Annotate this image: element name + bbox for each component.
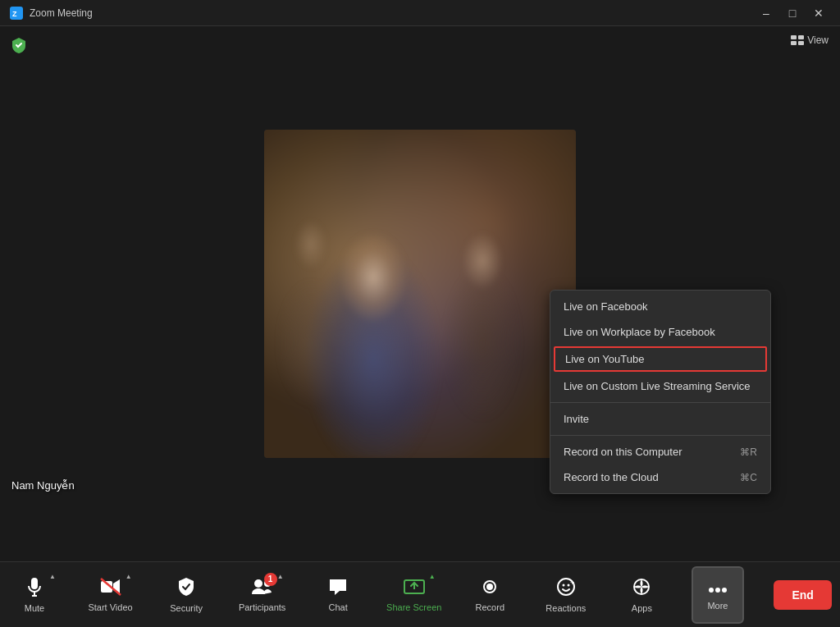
svg-rect-4 <box>791 41 797 45</box>
svg-point-16 <box>486 584 493 590</box>
share-screen-button[interactable]: ▲ Share Screen <box>388 566 441 624</box>
security-shield-icon <box>10 36 28 57</box>
view-label: View <box>807 34 829 46</box>
video-caret-icon: ▲ <box>126 573 132 580</box>
view-button[interactable]: View <box>791 34 829 46</box>
svg-point-18 <box>562 584 564 586</box>
svg-text:+: + <box>570 579 574 587</box>
more-button[interactable]: More <box>692 566 744 624</box>
apps-label: Apps <box>632 603 652 613</box>
chat-icon <box>328 578 348 599</box>
dropdown-item-live-workplace[interactable]: Live on Workplace by Facebook <box>550 319 770 345</box>
security-button[interactable]: Security <box>160 566 212 624</box>
share-screen-label: Share Screen <box>386 602 441 612</box>
share-screen-icon <box>404 578 425 599</box>
window-title: Zoom Meeting <box>30 7 93 19</box>
more-label: More <box>707 601 728 611</box>
apps-icon <box>632 577 651 600</box>
record-button[interactable]: Record <box>463 566 516 624</box>
title-bar-left: Z Zoom Meeting <box>10 7 93 20</box>
svg-point-23 <box>715 588 720 593</box>
svg-rect-2 <box>791 35 797 39</box>
title-bar: Z Zoom Meeting – □ ✕ <box>0 0 840 26</box>
svg-point-11 <box>254 579 262 588</box>
maximize-button[interactable]: □ <box>781 5 804 21</box>
security-label: Security <box>170 603 203 613</box>
record-icon <box>480 578 500 599</box>
participants-button[interactable]: ▲ 1 Participants <box>236 566 289 624</box>
reactions-button[interactable]: + Reactions <box>540 566 592 624</box>
share-caret-icon: ▲ <box>429 573 436 580</box>
security-icon <box>177 577 195 600</box>
main-video-area: View Nam Nguyễn Live on Facebook Live on… <box>0 26 840 561</box>
dropdown-item-record-cloud[interactable]: Record to the Cloud ⌘C <box>550 465 770 490</box>
participant-name-label: Nam Nguyễn <box>11 479 75 492</box>
reactions-label: Reactions <box>546 603 586 613</box>
dropdown-item-record-computer[interactable]: Record on this Computer ⌘R <box>550 439 770 465</box>
dropdown-separator-2 <box>550 435 770 436</box>
mute-icon <box>25 577 44 600</box>
dropdown-item-live-facebook[interactable]: Live on Facebook <box>550 294 770 319</box>
video-thumbnail <box>264 130 576 458</box>
dropdown-item-invite[interactable]: Invite <box>550 406 770 432</box>
svg-point-22 <box>709 588 714 593</box>
mute-label: Mute <box>25 603 44 613</box>
chat-button[interactable]: Chat <box>312 566 364 624</box>
dropdown-item-live-youtube[interactable]: Live on YouTube <box>554 346 767 372</box>
svg-rect-5 <box>798 41 804 45</box>
svg-rect-3 <box>798 35 804 39</box>
reactions-icon: + <box>556 577 576 600</box>
close-button[interactable]: ✕ <box>807 5 830 21</box>
start-video-label: Start Video <box>88 602 132 612</box>
start-video-button[interactable]: ▲ Start Video <box>84 566 137 624</box>
end-button[interactable]: End <box>774 580 831 610</box>
more-dropdown-menu: Live on Facebook Live on Workplace by Fa… <box>550 290 771 494</box>
participants-badge: 1 <box>264 573 277 586</box>
svg-point-24 <box>722 588 727 593</box>
video-off-icon <box>100 578 121 599</box>
more-icon <box>708 579 728 597</box>
dropdown-separator-1 <box>550 402 770 403</box>
mute-caret-icon: ▲ <box>49 573 56 580</box>
toolbar: ▲ Mute ▲ Start Video <box>0 561 840 627</box>
video-figures-overlay <box>264 130 576 458</box>
participants-icon: 1 <box>251 578 274 599</box>
zoom-logo-icon: Z <box>10 7 23 20</box>
participants-caret-icon: ▲ <box>277 573 284 580</box>
minimize-button[interactable]: – <box>755 5 778 21</box>
participants-label: Participants <box>239 602 285 612</box>
dropdown-item-live-custom[interactable]: Live on Custom Live Streaming Service <box>550 373 770 399</box>
mute-button[interactable]: ▲ Mute <box>8 566 61 624</box>
window-controls: – □ ✕ <box>755 5 830 21</box>
apps-button[interactable]: Apps <box>615 566 668 624</box>
svg-text:Z: Z <box>12 10 17 18</box>
record-label: Record <box>476 602 504 612</box>
chat-label: Chat <box>329 602 348 612</box>
